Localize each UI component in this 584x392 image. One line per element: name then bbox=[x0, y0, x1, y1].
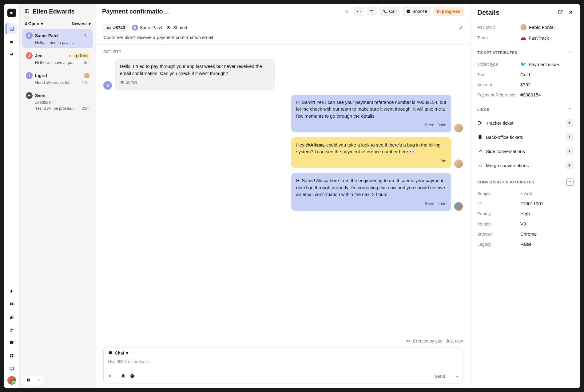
nav-send[interactable] bbox=[6, 49, 17, 60]
ticket-icon bbox=[26, 92, 33, 99]
mention[interactable]: @Alissa bbox=[306, 142, 324, 147]
conversation-preview: Good afternoon, let... bbox=[35, 80, 73, 85]
attr-add[interactable]: + Add bbox=[520, 191, 532, 196]
ticket-button[interactable] bbox=[366, 7, 377, 16]
collapse-icon[interactable]: ⌃ bbox=[566, 106, 574, 113]
svg-rect-9 bbox=[12, 316, 13, 319]
link-merge[interactable]: Merge conversations + bbox=[471, 158, 580, 172]
star-icon: ★ bbox=[68, 53, 72, 58]
nav-contacts[interactable] bbox=[6, 324, 17, 335]
assignee-avatar bbox=[84, 73, 89, 78]
attr-value[interactable]: $792 bbox=[520, 82, 530, 87]
user-avatar[interactable] bbox=[7, 376, 16, 385]
conversation-item[interactable]: S Samir Patel 4m Hello, I tried to pay t… bbox=[22, 29, 93, 48]
attr-value[interactable]: #10011001 bbox=[520, 201, 543, 206]
snooze-button[interactable]: Snooze bbox=[403, 7, 431, 16]
expand-icon[interactable]: ⤢ bbox=[459, 25, 463, 31]
message-time: Seen · 4min bbox=[425, 201, 446, 207]
inbox-sort[interactable]: Newest ▾ bbox=[72, 21, 91, 26]
details-title: Details bbox=[477, 9, 499, 17]
add-button[interactable]: + bbox=[566, 119, 574, 127]
attr-value[interactable]: Chrome bbox=[520, 231, 537, 237]
shared-indicator[interactable]: Shared bbox=[166, 25, 187, 30]
attr-value[interactable]: False bbox=[520, 241, 532, 247]
nav-bot[interactable] bbox=[6, 36, 17, 47]
close-icon[interactable] bbox=[568, 10, 574, 16]
attr-label: Version bbox=[477, 221, 520, 226]
inbox-open-filter[interactable]: 4 Open ▾ bbox=[25, 21, 43, 26]
svg-point-24 bbox=[168, 27, 169, 28]
nav-automation[interactable] bbox=[6, 286, 17, 297]
team-value[interactable]: 🚗 FastTrack bbox=[520, 35, 549, 41]
created-info: Created by you · Just now bbox=[96, 337, 470, 347]
assignee-label: Assignee bbox=[477, 25, 520, 29]
bookmark-icon[interactable] bbox=[121, 374, 125, 379]
link-side-conversations[interactable]: Side conversations + bbox=[471, 144, 580, 158]
message-time: 10min bbox=[126, 79, 137, 85]
attr-value[interactable]: High bbox=[520, 211, 530, 216]
message: S Hello, I tried to pay through your app… bbox=[103, 59, 463, 90]
nav-messenger[interactable] bbox=[6, 337, 17, 348]
chevron-down-icon: ▾ bbox=[126, 351, 128, 355]
nav-articles[interactable] bbox=[6, 299, 17, 310]
attr-value[interactable]: V3 bbox=[520, 221, 526, 226]
link-tracker[interactable]: Tracker ticket + bbox=[471, 116, 580, 130]
message-bubble: Hello, I tried to pay through your app l… bbox=[115, 59, 275, 90]
conversation-time: 17m bbox=[82, 80, 89, 85]
sidebar-toggle-icon[interactable] bbox=[25, 9, 30, 14]
emoji-icon[interactable] bbox=[130, 374, 135, 379]
ticket-id-chip[interactable]: #8743 bbox=[103, 24, 128, 32]
attr-value[interactable]: 🐦Payment issue bbox=[520, 61, 559, 67]
nav-inbox[interactable] bbox=[6, 23, 17, 34]
more-button[interactable]: ⋯ bbox=[354, 7, 364, 16]
status-button[interactable]: In progress bbox=[433, 7, 464, 16]
view-list-icon[interactable] bbox=[34, 376, 44, 385]
customer-chip[interactable]: S Samir Patel bbox=[132, 25, 162, 31]
attr-label: Ticket type bbox=[477, 62, 520, 67]
nav-apps[interactable] bbox=[6, 350, 17, 361]
add-button[interactable]: + bbox=[566, 147, 574, 155]
ticket-summary: #8743 S Samir Patel Shared ⤢ Customer di… bbox=[96, 19, 470, 45]
ticket-description: Customer didn't receive a payment confir… bbox=[103, 35, 463, 40]
message-time: Seen · 9min bbox=[425, 122, 446, 128]
call-button[interactable]: Call bbox=[379, 7, 400, 16]
view-split-icon[interactable] bbox=[23, 376, 34, 385]
message: Hi Samir! Yes I can see your payment ref… bbox=[103, 95, 463, 132]
conversation-item[interactable]: J Jen ★ ◐3min Hi there, I have a qu... 8… bbox=[22, 49, 93, 68]
svg-rect-7 bbox=[10, 317, 11, 319]
assignee-value[interactable]: Fabio Fontal bbox=[520, 24, 554, 30]
attr-value[interactable]: Gold bbox=[520, 72, 530, 77]
svg-rect-12 bbox=[10, 354, 11, 356]
app-logo[interactable] bbox=[7, 9, 16, 17]
links-heading: LINKS bbox=[477, 108, 489, 112]
svg-rect-17 bbox=[25, 10, 29, 13]
svg-rect-13 bbox=[12, 354, 13, 356]
avatar bbox=[454, 202, 463, 211]
collapse-icon[interactable]: ⌃ bbox=[566, 49, 574, 57]
message: Hey @Alissa, could you take a look to se… bbox=[103, 137, 463, 168]
svg-rect-32 bbox=[479, 135, 482, 139]
nav-reports[interactable] bbox=[6, 312, 17, 323]
add-button[interactable]: + bbox=[566, 133, 574, 141]
conversation-preview: Hello, I tried to pay t... bbox=[26, 40, 89, 45]
conversation-item[interactable]: I Ingrid Good afternoon, let... 17m bbox=[22, 69, 93, 88]
attr-label: Amount bbox=[477, 82, 520, 87]
collapse-icon[interactable]: ⌃ bbox=[566, 178, 574, 186]
send-dropdown[interactable]: ▾ bbox=[453, 374, 458, 379]
svg-rect-20 bbox=[29, 378, 30, 381]
composer-mode-selector[interactable]: Chat ▾ bbox=[108, 351, 458, 355]
composer: Chat ▾ Use ⌘K for shortcuts Send ▾ bbox=[103, 347, 463, 383]
send-button[interactable]: Send bbox=[432, 373, 448, 380]
link-backoffice[interactable]: Back-office tickets + bbox=[471, 130, 580, 144]
attr-label: ID bbox=[477, 201, 520, 206]
composer-input[interactable]: Use ⌘K for shortcuts bbox=[108, 357, 458, 373]
ticket-attributes-heading: TICKET ATTRIBUTES bbox=[477, 51, 517, 55]
attr-value[interactable]: #0089154 bbox=[520, 92, 541, 97]
conversation-item[interactable]: Sven #2302234 Yes, it will be proces... … bbox=[22, 89, 93, 114]
popout-icon[interactable] bbox=[558, 10, 563, 16]
conversation-time: 8m bbox=[84, 60, 89, 65]
add-button[interactable]: + bbox=[566, 161, 574, 169]
star-button[interactable]: ☆ bbox=[342, 7, 352, 16]
macro-icon[interactable] bbox=[108, 374, 112, 379]
nav-desktop[interactable] bbox=[6, 363, 17, 374]
